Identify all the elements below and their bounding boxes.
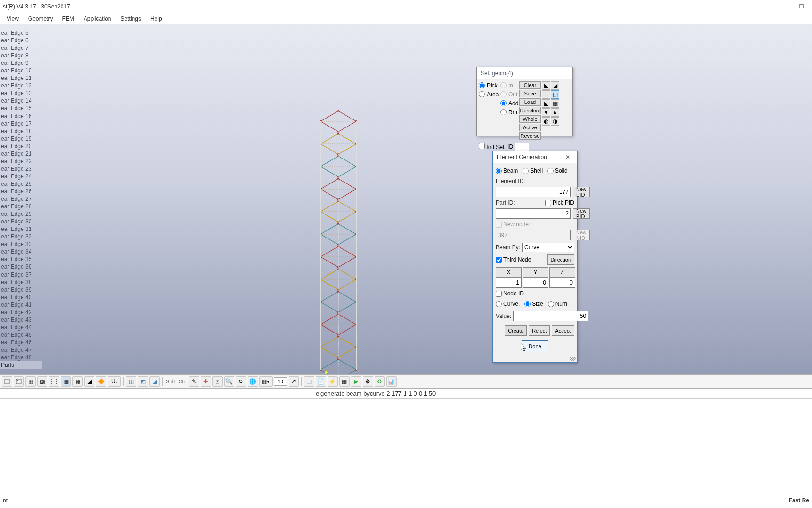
menu-settings[interactable]: Settings bbox=[116, 15, 146, 23]
tb-play-icon[interactable]: ▶ bbox=[351, 376, 361, 387]
filter-icon-7[interactable]: ▼ bbox=[542, 108, 550, 117]
reverse-button[interactable]: Reverse bbox=[519, 132, 541, 140]
tree-edge-item[interactable]: ear Edge 11 bbox=[0, 74, 42, 82]
tree-edge-item[interactable]: ear Edge 33 bbox=[0, 240, 42, 248]
filter-icon-4[interactable]: ⬚ bbox=[551, 90, 559, 99]
tb-chart-icon[interactable]: 📊 bbox=[386, 376, 397, 387]
tb-color-icon[interactable]: 🔶 bbox=[96, 376, 106, 387]
tb-box4-icon[interactable]: ◫ bbox=[304, 376, 314, 387]
tree-edge-item[interactable]: ear Edge 34 bbox=[0, 248, 42, 255]
whole-button[interactable]: Whole bbox=[519, 115, 541, 123]
tb-light-icon[interactable]: ⚡ bbox=[328, 376, 338, 387]
tb-vec-icon[interactable]: ↗ bbox=[289, 376, 299, 387]
area-radio[interactable]: Area bbox=[479, 90, 500, 98]
tree-edge-item[interactable]: ear Edge 29 bbox=[0, 210, 42, 218]
id-input[interactable] bbox=[515, 143, 529, 151]
accept-button[interactable]: Accept bbox=[552, 325, 574, 336]
tb-cube2-icon[interactable] bbox=[14, 376, 24, 387]
tree-edge-item[interactable]: ear Edge 42 bbox=[0, 309, 42, 316]
model-tree[interactable]: ear Edge 5ear Edge 6ear Edge 7ear Edge 8… bbox=[0, 29, 42, 369]
active-button[interactable]: Active bbox=[519, 124, 541, 131]
tree-edge-item[interactable]: ear Edge 31 bbox=[0, 225, 42, 233]
tb-brush-icon[interactable]: ✎ bbox=[189, 376, 199, 387]
filter-icon-3[interactable]: · bbox=[542, 90, 550, 99]
deselect-button[interactable]: Deselect bbox=[519, 107, 541, 114]
tree-edge-item[interactable]: ear Edge 32 bbox=[0, 233, 42, 240]
tree-edge-item[interactable]: ear Edge 38 bbox=[0, 278, 42, 286]
tree-edge-item[interactable]: ear Edge 23 bbox=[0, 165, 42, 173]
tb-cube4-icon[interactable]: ▨ bbox=[37, 376, 47, 387]
tree-edge-item[interactable]: ear Edge 12 bbox=[0, 82, 42, 89]
size-radio[interactable]: Size bbox=[524, 301, 543, 307]
tree-edge-item[interactable]: ear Edge 19 bbox=[0, 135, 42, 143]
tree-edge-item[interactable]: ear Edge 17 bbox=[0, 120, 42, 127]
maximize-button[interactable]: ☐ bbox=[790, 0, 812, 13]
tb-refresh-icon[interactable]: ♻ bbox=[375, 376, 385, 387]
x-input[interactable] bbox=[496, 278, 522, 288]
tree-edge-item[interactable]: ear Edge 20 bbox=[0, 143, 42, 150]
tb-u-icon[interactable]: U. bbox=[108, 376, 121, 387]
tb-cube3-icon[interactable]: ▦ bbox=[25, 376, 36, 387]
tree-edge-item[interactable]: ear Edge 8 bbox=[0, 52, 42, 59]
shell-radio[interactable]: Shell bbox=[523, 167, 543, 174]
newpid-button[interactable]: New PID bbox=[573, 208, 590, 219]
filter-icon-2[interactable]: ◢ bbox=[551, 81, 559, 90]
tree-edge-item[interactable]: ear Edge 26 bbox=[0, 188, 42, 195]
tb-gear-icon[interactable]: ⚙ bbox=[363, 376, 373, 387]
tb-tri-icon[interactable]: ◢ bbox=[84, 376, 94, 387]
tb-globe-icon[interactable]: 🌐 bbox=[248, 376, 258, 387]
tree-edge-item[interactable]: ear Edge 6 bbox=[0, 37, 42, 44]
tree-edge-item[interactable]: ear Edge 10 bbox=[0, 67, 42, 74]
menu-application[interactable]: Application bbox=[79, 15, 116, 23]
resize-grip[interactable] bbox=[570, 356, 576, 361]
num-radio[interactable]: Num bbox=[548, 301, 567, 307]
tree-edge-item[interactable]: ear Edge 46 bbox=[0, 339, 42, 346]
tree-parts-item[interactable]: Parts bbox=[0, 361, 42, 369]
sel-geom-panel[interactable]: Sel. geom(4) Pick Area In Out Add Rm Cle… bbox=[476, 67, 573, 136]
pick-radio[interactable]: Pick bbox=[479, 81, 500, 89]
tree-edge-item[interactable]: ear Edge 44 bbox=[0, 324, 42, 331]
tree-edge-item[interactable]: ear Edge 37 bbox=[0, 271, 42, 278]
tree-edge-item[interactable]: ear Edge 9 bbox=[0, 59, 42, 67]
beam-radio[interactable]: Beam bbox=[496, 167, 518, 174]
y-input[interactable] bbox=[523, 278, 548, 288]
tb-cube-dd-icon[interactable]: ▦▾ bbox=[259, 376, 273, 387]
tree-edge-item[interactable]: ear Edge 30 bbox=[0, 218, 42, 225]
filter-icon-8[interactable]: ▲ bbox=[551, 108, 559, 117]
tb-checker-icon[interactable]: ▦ bbox=[339, 376, 350, 387]
tree-edge-item[interactable]: ear Edge 28 bbox=[0, 203, 42, 210]
add-radio[interactable]: Add bbox=[500, 99, 518, 107]
tree-edge-item[interactable]: ear Edge 18 bbox=[0, 127, 42, 135]
close-button[interactable]: ✕ bbox=[562, 151, 573, 163]
tb-zoom2-icon[interactable]: 🔍 bbox=[224, 376, 234, 387]
tree-edge-item[interactable]: ear Edge 27 bbox=[0, 195, 42, 203]
elementid-input[interactable] bbox=[496, 187, 571, 197]
load-button[interactable]: Load bbox=[519, 98, 541, 106]
tb-number-input[interactable] bbox=[274, 377, 287, 386]
menu-geometry[interactable]: Geometry bbox=[23, 15, 58, 23]
tb-dots-icon[interactable]: ⋮⋮ bbox=[49, 376, 59, 387]
tree-edge-item[interactable]: ear Edge 45 bbox=[0, 331, 42, 339]
menu-view[interactable]: View bbox=[2, 15, 23, 23]
tb-plus-icon[interactable]: ✚ bbox=[201, 376, 211, 387]
direction-button[interactable]: Direction bbox=[547, 254, 574, 265]
tree-edge-item[interactable]: ear Edge 35 bbox=[0, 255, 42, 263]
tree-edge-item[interactable]: ear Edge 21 bbox=[0, 150, 42, 158]
tb-cube6-icon[interactable]: ▩ bbox=[72, 376, 83, 387]
tree-edge-item[interactable]: ear Edge 43 bbox=[0, 316, 42, 324]
filter-icon-5[interactable]: ◣ bbox=[542, 99, 550, 108]
save-button[interactable]: Save bbox=[519, 90, 541, 97]
element-generation-dialog[interactable]: Element Generation ✕ Beam Shell Solid El… bbox=[492, 151, 578, 363]
viewport[interactable]: ear Edge 5ear Edge 6ear Edge 7ear Edge 8… bbox=[0, 24, 812, 374]
tree-edge-item[interactable]: ear Edge 39 bbox=[0, 286, 42, 294]
neweid-button[interactable]: New EID bbox=[573, 187, 590, 197]
tree-edge-item[interactable]: ear Edge 40 bbox=[0, 294, 42, 301]
filter-icon-9[interactable]: ◐ bbox=[542, 117, 550, 126]
tb-rotate-icon[interactable]: ⟳ bbox=[236, 376, 246, 387]
tb-doc-icon[interactable]: 📄 bbox=[316, 376, 326, 387]
rm-radio[interactable]: Rm bbox=[500, 108, 518, 116]
indsel-check[interactable]: Ind Sel. bbox=[479, 143, 506, 151]
thirdnode-check[interactable]: Third Node bbox=[496, 256, 531, 263]
tree-edge-item[interactable]: ear Edge 48 bbox=[0, 354, 42, 361]
tree-edge-item[interactable]: ear Edge 15 bbox=[0, 104, 42, 112]
